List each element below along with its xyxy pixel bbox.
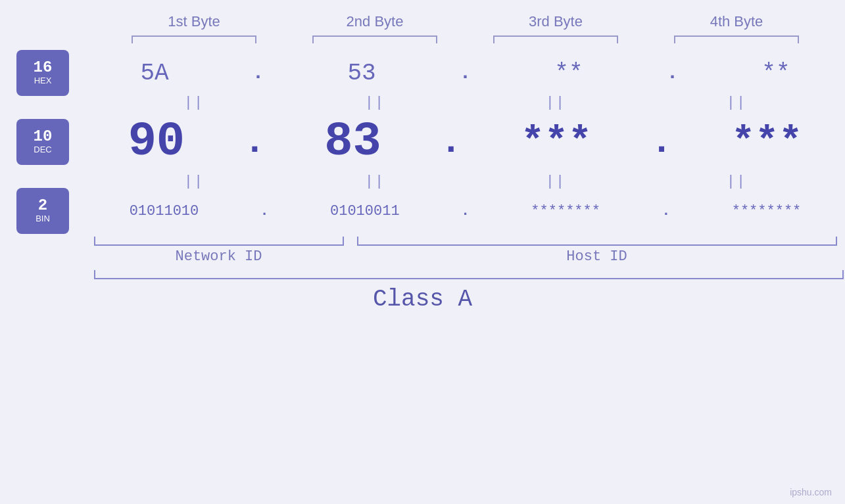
bin-values: 01011010 . 01010011 . ******** . *******… xyxy=(85,203,845,219)
dec-badge-container: 10 DEC xyxy=(0,119,85,165)
byte-headers-row: 1st Byte 2nd Byte 3rd Byte 4th Byte xyxy=(104,13,827,30)
bin-data-row: 2 BIN 01011010 . 01010011 . ******** . *… xyxy=(0,188,845,234)
bracket-3 xyxy=(493,35,618,43)
sep-2-3: || xyxy=(483,173,628,190)
hex-badge-label: HEX xyxy=(34,76,52,86)
dec-badge-num: 10 xyxy=(34,129,53,145)
sep-1-2: || xyxy=(302,95,447,111)
dec-val-2: 83 xyxy=(324,115,381,169)
dec-dot-3: . xyxy=(650,121,673,163)
bracket-4 xyxy=(674,35,799,43)
host-bracket xyxy=(357,237,837,246)
sep-1-4: || xyxy=(664,95,809,111)
bracket-1 xyxy=(132,35,256,43)
sep-2-2: || xyxy=(302,173,447,190)
bin-dot-2: . xyxy=(461,203,470,219)
overall-bracket xyxy=(94,270,844,279)
id-labels-row: Network ID Host ID xyxy=(87,248,844,265)
dec-val-4: *** xyxy=(731,120,802,164)
byte-header-2: 2nd Byte xyxy=(302,13,447,30)
dec-val-1: 90 xyxy=(128,115,185,169)
hex-val-1: 5A xyxy=(140,60,168,87)
network-id-label: Network ID xyxy=(94,248,344,265)
sep-row-2: || || || || xyxy=(104,175,827,188)
watermark: ipshu.com xyxy=(790,487,832,497)
dec-data-row: 10 DEC 90 . 83 . *** . *** xyxy=(0,109,845,175)
bin-val-4: ******** xyxy=(732,203,802,219)
hex-dot-1: . xyxy=(253,62,264,84)
bin-badge-container: 2 BIN xyxy=(0,188,85,234)
bin-badge-num: 2 xyxy=(38,198,47,214)
bin-dot-3: . xyxy=(662,203,670,219)
sep-row-1: || || || || xyxy=(104,96,827,109)
hex-val-4: ** xyxy=(761,60,790,87)
overall-bracket-row xyxy=(87,270,844,279)
hex-val-2: 53 xyxy=(347,60,375,87)
dec-badge: 10 DEC xyxy=(16,119,69,165)
dec-values: 90 . 83 . *** . *** xyxy=(85,115,845,169)
bracket-2 xyxy=(312,35,437,43)
dec-dot-1: . xyxy=(243,121,266,163)
hex-badge-num: 16 xyxy=(34,60,53,76)
hex-val-3: ** xyxy=(554,60,583,87)
sep-1-1: || xyxy=(122,95,266,111)
top-bracket-row xyxy=(104,35,827,43)
dec-val-3: *** xyxy=(521,120,592,164)
bin-val-3: ******** xyxy=(531,203,600,219)
bin-badge-label: BIN xyxy=(36,214,50,224)
bottom-bracket-row xyxy=(87,237,844,246)
main-container: 1st Byte 2nd Byte 3rd Byte 4th Byte 16 H… xyxy=(0,0,845,504)
bracket-spacer xyxy=(344,237,357,246)
hex-data-row: 16 HEX 5A . 53 . ** . ** xyxy=(0,50,845,96)
dec-badge-label: DEC xyxy=(34,145,51,155)
bin-val-2: 01010011 xyxy=(330,203,400,219)
hex-badge: 16 HEX xyxy=(16,50,69,96)
bin-badge: 2 BIN xyxy=(16,188,69,234)
bin-dot-1: . xyxy=(260,203,269,219)
sep-2-4: || xyxy=(664,173,809,190)
host-id-label: Host ID xyxy=(357,248,837,265)
byte-header-3: 3rd Byte xyxy=(483,13,628,30)
network-bracket xyxy=(94,237,344,246)
sep-2-1: || xyxy=(122,173,266,190)
hex-dot-2: . xyxy=(459,62,471,84)
hex-dot-3: . xyxy=(666,62,678,84)
byte-header-4: 4th Byte xyxy=(664,13,809,30)
hex-badge-container: 16 HEX xyxy=(0,50,85,96)
class-label: Class A xyxy=(0,286,845,313)
bin-val-1: 01011010 xyxy=(130,203,199,219)
hex-values: 5A . 53 . ** . ** xyxy=(85,60,845,87)
dec-dot-2: . xyxy=(440,121,462,163)
sep-1-3: || xyxy=(483,95,628,111)
byte-header-1: 1st Byte xyxy=(122,13,266,30)
